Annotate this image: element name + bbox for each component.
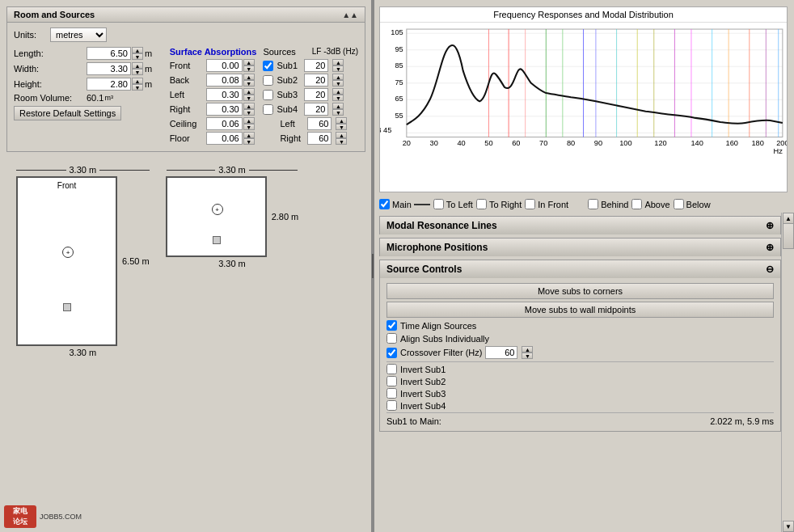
right-abs-down[interactable]: ▼	[243, 109, 255, 116]
back-abs-up[interactable]: ▲	[243, 74, 255, 80]
scroll-down-arrow[interactable]: ▼	[783, 521, 794, 532]
main-legend-checkbox[interactable]	[379, 199, 390, 209]
sub2-down[interactable]: ▼	[332, 80, 344, 87]
floor-abs-spinner: ▲ ▼	[243, 132, 255, 145]
x-label-80: 80	[567, 139, 575, 147]
sub2-up[interactable]: ▲	[332, 74, 344, 80]
height-down[interactable]: ▼	[132, 84, 143, 91]
floor-abs-down[interactable]: ▼	[243, 138, 255, 145]
right-src-up[interactable]: ▲	[336, 132, 347, 138]
invert-sub4-checkbox[interactable]	[386, 400, 397, 411]
sub4-up[interactable]: ▲	[332, 103, 344, 109]
left-abs-down[interactable]: ▼	[243, 95, 255, 101]
source-controls-header[interactable]: Source Controls ⊖	[379, 260, 781, 278]
width-up[interactable]: ▲	[132, 62, 143, 69]
right-src-down[interactable]: ▼	[336, 138, 347, 145]
right-src-input[interactable]	[307, 132, 332, 145]
height-up[interactable]: ▲	[132, 78, 143, 84]
crossover-checkbox[interactable]	[386, 348, 397, 358]
front-abs-up[interactable]: ▲	[243, 59, 255, 65]
move-to-corners-button[interactable]: Move subs to corners	[386, 283, 774, 299]
height-input[interactable]	[87, 78, 131, 91]
behind-checkbox[interactable]	[588, 199, 598, 209]
invert-sub2-label: Invert Sub2	[400, 377, 446, 386]
left-src-input[interactable]	[307, 117, 332, 130]
side-bottom-dim: 3.30 m	[166, 259, 299, 268]
left-abs-input[interactable]	[206, 88, 243, 101]
volume-unit: m³	[104, 94, 113, 102]
right-panel: Frequency Responses and Modal Distributi…	[372, 0, 794, 532]
right-abs-up[interactable]: ▲	[243, 103, 255, 109]
back-abs-down[interactable]: ▼	[243, 80, 255, 87]
collapse-button[interactable]: ▲▲	[342, 11, 358, 19]
front-abs-input[interactable]	[206, 59, 243, 72]
crossover-up[interactable]: ▲	[522, 346, 533, 353]
length-up[interactable]: ▲	[132, 47, 143, 53]
right-src-label: Right	[280, 133, 304, 143]
sub2-value-input[interactable]	[304, 74, 328, 87]
invert-sub1-checkbox[interactable]	[386, 364, 397, 374]
left-src-up[interactable]: ▲	[336, 117, 347, 124]
sub3-checkbox[interactable]	[263, 90, 273, 100]
restore-defaults-button[interactable]: Restore Default Settings	[14, 106, 121, 120]
floor-abs-input[interactable]	[206, 132, 243, 145]
move-to-midpoints-button[interactable]: Move subs to wall midpoints	[386, 302, 774, 318]
modal-resonance-collapse-icon: ⊕	[766, 220, 774, 231]
floor-abs-up[interactable]: ▲	[243, 132, 255, 138]
x-label-180: 180	[751, 139, 763, 147]
surface-absorptions-title: Surface Absorptions	[170, 47, 257, 57]
modal-resonance-header[interactable]: Modal Resonance Lines ⊕	[379, 216, 781, 234]
below-checkbox[interactable]	[674, 199, 684, 209]
ceiling-abs-down[interactable]: ▼	[243, 124, 255, 130]
sub4-checkbox[interactable]	[263, 104, 273, 115]
front-abs-down[interactable]: ▼	[243, 65, 255, 72]
ceiling-abs-input[interactable]	[206, 117, 243, 130]
left-abs-up[interactable]: ▲	[243, 88, 255, 95]
sub1-down[interactable]: ▼	[332, 65, 344, 72]
crossover-down[interactable]: ▼	[522, 353, 533, 359]
invert-sub1-row: Invert Sub1	[386, 364, 774, 374]
sub3-value-input[interactable]	[304, 88, 328, 101]
units-row: Units: metresfeet	[14, 27, 358, 42]
panel-divider[interactable]	[371, 0, 374, 532]
x-label-40: 40	[457, 139, 465, 147]
sub1-checkbox[interactable]	[263, 61, 273, 71]
align-subs-checkbox[interactable]	[386, 333, 397, 344]
units-select[interactable]: metresfeet	[50, 27, 107, 42]
sub3-down[interactable]: ▼	[332, 95, 344, 101]
in-front-checkbox[interactable]	[525, 199, 535, 209]
sub1-up[interactable]: ▲	[332, 59, 344, 65]
side-width-dim: 3.30 m	[218, 165, 246, 175]
invert-sub2-checkbox[interactable]	[386, 376, 397, 386]
crossover-value-input[interactable]	[485, 346, 517, 359]
to-left-checkbox[interactable]	[433, 199, 444, 209]
sub3-row: Sub3 ▲ ▼	[263, 88, 358, 101]
legend-below: Below	[674, 199, 711, 209]
legend-behind: Behind	[588, 199, 628, 209]
time-align-checkbox[interactable]	[386, 320, 397, 331]
above-checkbox[interactable]	[631, 199, 642, 209]
sub1-label: Sub1	[277, 61, 301, 70]
sub4-down[interactable]: ▼	[332, 109, 344, 116]
volume-value: 60.1	[87, 93, 103, 103]
sub4-value-input[interactable]	[304, 103, 328, 116]
width-down[interactable]: ▼	[132, 69, 143, 75]
to-right-checkbox[interactable]	[476, 199, 487, 209]
sub3-up[interactable]: ▲	[332, 88, 344, 95]
main-legend-label: Main	[392, 200, 412, 209]
width-input[interactable]	[87, 62, 131, 75]
sub2-checkbox[interactable]	[263, 75, 273, 86]
floor-absorption-row: Floor ▲ ▼	[170, 132, 257, 145]
invert-sub3-checkbox[interactable]	[386, 388, 397, 399]
scroll-track[interactable]: ▲ ▼	[781, 213, 794, 532]
scroll-up-arrow[interactable]: ▲	[783, 213, 794, 224]
sub1-value-input[interactable]	[304, 59, 328, 72]
ceiling-abs-up[interactable]: ▲	[243, 117, 255, 124]
microphone-positions-header[interactable]: Microphone Positions ⊕	[379, 238, 781, 256]
back-abs-input[interactable]	[206, 74, 243, 87]
top-view-diagram: Front +	[16, 176, 117, 346]
right-abs-input[interactable]	[206, 103, 243, 116]
length-input[interactable]	[87, 47, 131, 60]
length-down[interactable]: ▼	[132, 53, 143, 60]
left-src-down[interactable]: ▼	[336, 124, 347, 130]
